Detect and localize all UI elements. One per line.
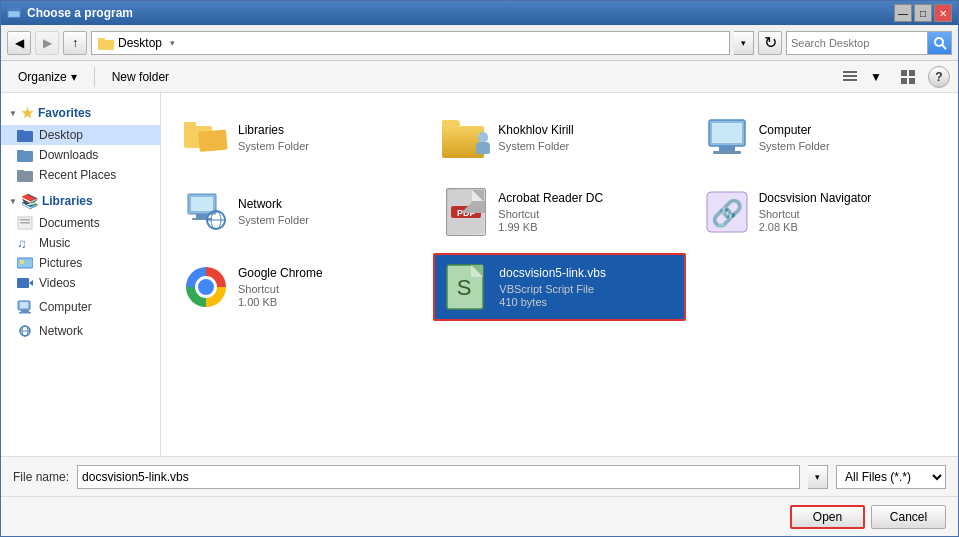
svg-rect-35 (184, 122, 196, 130)
svg-rect-23 (17, 258, 33, 268)
search-input[interactable] (787, 32, 927, 54)
khokhlov-file-type: System Folder (498, 139, 676, 153)
sidebar-section-network: Network (1, 321, 160, 341)
favorites-triangle: ▼ (9, 109, 17, 118)
sidebar-item-computer[interactable]: Computer (1, 297, 160, 317)
filename-dropdown[interactable]: ▾ (808, 465, 828, 489)
computer-file-type: System Folder (759, 139, 937, 153)
sidebar-desktop-label: Desktop (39, 128, 83, 142)
organize-arrow: ▾ (71, 70, 77, 84)
desktop-icon (17, 128, 33, 142)
sidebar-item-videos[interactable]: Videos (1, 273, 160, 293)
view-list-icon (843, 70, 857, 84)
new-folder-label: New folder (112, 70, 169, 84)
sidebar-item-desktop[interactable]: Desktop (1, 125, 160, 145)
toolbar-separator (94, 67, 95, 87)
sidebar-item-music[interactable]: ♫ Music (1, 233, 160, 253)
file-item-chrome[interactable]: Google Chrome Shortcut 1.00 KB (173, 253, 425, 321)
open-button[interactable]: Open (790, 505, 865, 529)
sidebar-item-recent[interactable]: Recent Places (1, 165, 160, 185)
svg-rect-36 (198, 130, 228, 152)
new-folder-button[interactable]: New folder (103, 65, 178, 89)
bottom-area: File name: ▾ All Files (*.*) Open Cancel (1, 456, 958, 536)
svg-rect-29 (21, 310, 29, 312)
svg-rect-39 (719, 146, 735, 151)
file-item-docsvision[interactable]: 🔗 Docsvision Navigator Shortcut 2.08 KB (694, 179, 946, 245)
computer-file-name: Computer (759, 123, 937, 139)
sidebar-header-favorites[interactable]: ▼ ★ Favorites (1, 101, 160, 125)
svg-rect-30 (19, 312, 31, 314)
svg-marker-50 (472, 190, 484, 202)
sidebar-videos-label: Videos (39, 276, 75, 290)
svg-rect-18 (17, 170, 24, 175)
acrobat-file-size: 1.99 KB (498, 221, 676, 233)
docsvision-file-type: Shortcut (759, 207, 937, 221)
docsvision-file-icon: 🔗 (703, 188, 751, 236)
search-button[interactable] (927, 32, 951, 54)
computer-file-info: Computer System Folder (759, 123, 937, 153)
file-item-vbs[interactable]: S docsvision5-link.vbs VBScript Script F… (433, 253, 685, 321)
svg-text:S: S (457, 275, 472, 300)
sidebar-music-label: Music (39, 236, 70, 250)
up-button[interactable]: ↑ (63, 31, 87, 55)
file-item-acrobat[interactable]: PDF Acrobat Reader DC Shortcut 1.99 KB (433, 179, 685, 245)
address-location[interactable]: Desktop ▾ (91, 31, 730, 55)
close-button[interactable]: ✕ (934, 4, 952, 22)
svg-point-24 (20, 260, 24, 264)
svg-rect-20 (20, 219, 30, 221)
window: Choose a program — □ ✕ ◀ ▶ ↑ Desktop ▾ ▾… (0, 0, 959, 537)
sidebar-header-libraries[interactable]: ▼ 📚 Libraries (1, 189, 160, 213)
svg-rect-40 (713, 151, 741, 154)
svg-rect-38 (712, 123, 742, 143)
docsvision-file-info: Docsvision Navigator Shortcut 2.08 KB (759, 191, 937, 233)
svg-line-5 (942, 45, 946, 49)
action-buttons-bar: Open Cancel (1, 496, 958, 536)
vbs-file-size: 410 bytes (499, 296, 675, 308)
file-item-computer[interactable]: Computer System Folder (694, 105, 946, 171)
view-icons-button[interactable] (896, 65, 920, 89)
svg-rect-43 (196, 214, 208, 218)
window-title: Choose a program (27, 6, 133, 20)
svg-rect-6 (843, 71, 857, 73)
help-button[interactable]: ? (928, 66, 950, 88)
sidebar-item-documents[interactable]: Documents (1, 213, 160, 233)
view-list-button[interactable] (838, 65, 862, 89)
chrome-file-type: Shortcut (238, 282, 416, 296)
acrobat-file-type: Shortcut (498, 207, 676, 221)
filename-input[interactable] (77, 465, 800, 489)
sidebar-item-network[interactable]: Network (1, 321, 160, 341)
sidebar-computer-label: Computer (39, 300, 92, 314)
docsvision-file-size: 2.08 KB (759, 221, 937, 233)
cancel-button[interactable]: Cancel (871, 505, 946, 529)
refresh-button[interactable]: ↻ (758, 31, 782, 55)
chrome-file-name: Google Chrome (238, 266, 416, 282)
chrome-file-icon (182, 263, 230, 311)
organize-button[interactable]: Organize ▾ (9, 65, 86, 89)
back-button[interactable]: ◀ (7, 31, 31, 55)
filetype-select[interactable]: All Files (*.*) (836, 465, 946, 489)
chrome-file-info: Google Chrome Shortcut 1.00 KB (238, 266, 416, 308)
music-icon: ♫ (17, 236, 33, 250)
libraries-icon: 📚 (21, 193, 38, 209)
address-dropdown-arrow[interactable]: ▾ (170, 38, 175, 48)
vbs-file-name: docsvision5-link.vbs (499, 266, 675, 282)
file-item-libraries[interactable]: Libraries System Folder (173, 105, 425, 171)
forward-button[interactable]: ▶ (35, 31, 59, 55)
maximize-button[interactable]: □ (914, 4, 932, 22)
file-area: Libraries System Folder (161, 93, 958, 456)
view-dropdown-button[interactable]: ▼ (864, 65, 888, 89)
svg-rect-25 (17, 278, 29, 288)
sidebar-item-pictures[interactable]: Pictures (1, 253, 160, 273)
title-bar-left: Choose a program (7, 6, 133, 20)
minimize-button[interactable]: — (894, 4, 912, 22)
svg-point-4 (935, 38, 943, 46)
file-item-khokhlov[interactable]: Khokhlov Kirill System Folder (433, 105, 685, 171)
filename-label: File name: (13, 470, 69, 484)
recent-icon (17, 168, 33, 182)
file-item-network[interactable]: Network System Folder (173, 179, 425, 245)
svg-rect-21 (20, 222, 30, 224)
address-dropdown[interactable]: ▾ (734, 31, 754, 55)
sidebar: ▼ ★ Favorites Desktop Downlo (1, 93, 161, 456)
sidebar-item-downloads[interactable]: Downloads (1, 145, 160, 165)
libraries-file-type: System Folder (238, 139, 416, 153)
